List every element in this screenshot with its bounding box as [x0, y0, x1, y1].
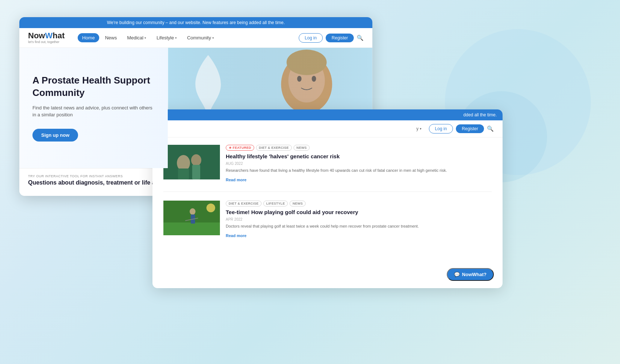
login-button[interactable]: Log in — [299, 33, 323, 43]
hero-content: A Prostate Health Support Community Find… — [19, 48, 168, 168]
tag-featured: ★ FEATURED — [226, 145, 254, 151]
article-excerpt: Doctors reveal that playing golf at leas… — [226, 223, 492, 229]
article-date: APR 2022 — [226, 217, 492, 221]
secondary-nav-item-dropdown[interactable]: y ▾ — [412, 124, 426, 133]
article-tags: DIET & EXERCISE LIFESTYLE NEWS — [226, 201, 492, 206]
chevron-down-icon: ▾ — [212, 36, 214, 40]
article-thumbnail — [163, 201, 220, 235]
navbar: NowWhat let's find out, together Home Ne… — [19, 28, 372, 48]
article-title: Tee-time! How playing golf could aid you… — [226, 209, 492, 216]
signup-button[interactable]: Sign up now — [32, 129, 78, 142]
hero-subtitle: Find the latest news and advice, plus co… — [32, 104, 155, 119]
logo: NowWhat let's find out, together — [28, 32, 65, 44]
nav-item-medical[interactable]: Medical ▾ — [123, 33, 151, 42]
secondary-login-button[interactable]: Log in — [429, 124, 453, 133]
announcement-text: We're building our community – and our w… — [107, 20, 285, 25]
article-thumbnail — [163, 145, 220, 179]
register-button[interactable]: Register — [326, 34, 354, 42]
article-date: AUG 2022 — [226, 162, 492, 166]
tag-diet: DIET & EXERCISE — [226, 201, 261, 206]
chevron-down-icon: ▾ — [175, 36, 177, 40]
secondary-announcement-bar: dded all the time. — [152, 109, 503, 120]
read-more-link[interactable]: Read more — [226, 233, 247, 238]
hero-title: A Prostate Health Support Community — [32, 74, 155, 99]
secondary-navbar: y ▾ Log in Register 🔍 — [152, 120, 503, 138]
secondary-search-icon[interactable]: 🔍 — [487, 125, 494, 132]
read-more-link[interactable]: Read more — [226, 178, 247, 182]
tag-diet: DIET & EXERCISE — [256, 145, 292, 151]
article-divider — [163, 191, 492, 192]
chevron-down-icon: ▾ — [144, 36, 146, 40]
nav-auth: Log in Register 🔍 — [299, 33, 364, 43]
svg-rect-20 — [163, 201, 220, 235]
article-card: ★ FEATURED DIET & EXERCISE NEWS Healthy … — [163, 145, 492, 183]
article-tags: ★ FEATURED DIET & EXERCISE NEWS — [226, 145, 492, 151]
announcement-bar: We're building our community – and our w… — [19, 17, 372, 28]
article-title: Healthy lifestyle 'halves' genetic cance… — [226, 153, 492, 160]
article-info: DIET & EXERCISE LIFESTYLE NEWS Tee-time!… — [226, 201, 492, 239]
nav-items: Home News Medical ▾ Lifestyle ▾ Communit… — [78, 33, 291, 42]
articles-list: ★ FEATURED DIET & EXERCISE NEWS Healthy … — [152, 138, 503, 246]
nav-item-community[interactable]: Community ▾ — [183, 33, 218, 42]
secondary-nowwhat-button[interactable]: 💬 NowWhat? — [447, 268, 494, 281]
secondary-announcement-text: dded all the time. — [464, 112, 497, 117]
search-icon[interactable]: 🔍 — [357, 35, 364, 41]
chevron-down-icon: ▾ — [420, 127, 422, 131]
tag-lifestyle: LIFESTYLE — [263, 201, 288, 206]
secondary-register-button[interactable]: Register — [456, 124, 484, 133]
nav-item-home[interactable]: Home — [78, 33, 99, 42]
tag-news: NEWS — [294, 145, 310, 151]
secondary-browser-window: dded all the time. y ▾ Log in Register 🔍 — [152, 109, 503, 288]
nav-item-lifestyle[interactable]: Lifestyle ▾ — [152, 33, 181, 42]
svg-rect-13 — [163, 145, 220, 179]
nowwhat-float-icon: 💬 — [454, 272, 460, 277]
article-info: ★ FEATURED DIET & EXERCISE NEWS Healthy … — [226, 145, 492, 183]
article-card: DIET & EXERCISE LIFESTYLE NEWS Tee-time!… — [163, 201, 492, 239]
logo-text: NowWhat — [28, 32, 65, 40]
article-excerpt: Researchers have found that living a hea… — [226, 167, 492, 174]
nav-item-news[interactable]: News — [101, 33, 121, 42]
tag-news: NEWS — [290, 201, 306, 206]
logo-tagline: let's find out, together — [28, 40, 65, 44]
